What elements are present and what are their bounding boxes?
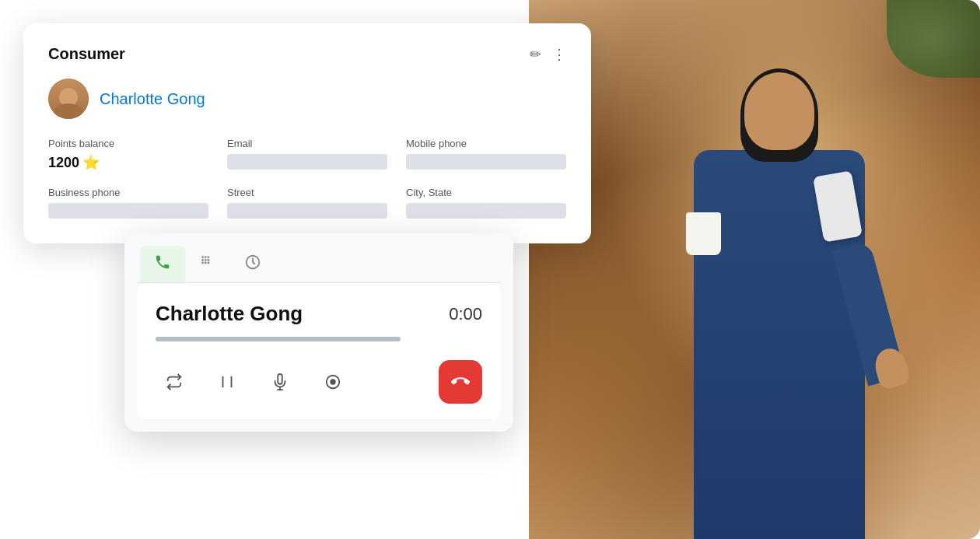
- email-label: Email: [227, 138, 387, 149]
- phone-tabs: [124, 233, 513, 282]
- city-state-placeholder: [406, 203, 566, 219]
- woman-head: [744, 72, 814, 150]
- more-options-icon[interactable]: ⋮: [552, 46, 566, 63]
- field-mobile-phone: Mobile phone: [406, 138, 566, 171]
- mute-button[interactable]: [261, 363, 299, 401]
- points-balance-label: Points balance: [48, 138, 208, 149]
- woman-figure: [655, 57, 904, 539]
- phone-content: Charlotte Gong 0:00: [137, 283, 501, 419]
- transfer-button[interactable]: [156, 363, 193, 401]
- background-photo: [529, 0, 980, 539]
- call-controls: [156, 360, 482, 404]
- svg-point-6: [201, 262, 204, 264]
- business-phone-label: Business phone: [48, 187, 208, 198]
- call-info: Charlotte Gong 0:00: [156, 302, 482, 326]
- city-state-label: City, State: [406, 187, 566, 198]
- tab-phone[interactable]: [140, 246, 185, 282]
- mobile-phone-placeholder: [406, 154, 566, 170]
- card-header: Consumer ✏ ⋮: [48, 45, 566, 63]
- field-city-state: City, State: [406, 187, 566, 219]
- tab-keypad[interactable]: [185, 246, 230, 282]
- call-contact-name: Charlotte Gong: [156, 302, 303, 326]
- points-number: 1200: [48, 155, 79, 171]
- call-progress-bar: [156, 337, 401, 341]
- scene: Consumer ✏ ⋮ Charlotte Gong Points balan…: [0, 0, 980, 539]
- star-icon: ⭐: [82, 154, 100, 171]
- svg-point-3: [201, 259, 204, 261]
- avatar-face: [48, 79, 89, 119]
- street-placeholder: [227, 203, 387, 219]
- phone-tab-icon: [154, 254, 171, 275]
- record-button[interactable]: [314, 363, 352, 401]
- svg-point-4: [205, 259, 207, 261]
- cup-prop: [686, 212, 721, 255]
- contact-name[interactable]: Charlotte Gong: [100, 90, 205, 108]
- points-balance-value: 1200 ⭐: [48, 154, 208, 171]
- keypad-tab-icon: [199, 254, 216, 275]
- card-actions: ✏ ⋮: [530, 46, 566, 63]
- svg-point-15: [330, 379, 335, 384]
- call-timer: 0:00: [449, 304, 482, 324]
- phone-widget: Charlotte Gong 0:00: [124, 233, 513, 432]
- field-street: Street: [227, 187, 387, 219]
- street-label: Street: [227, 187, 387, 198]
- field-business-phone: Business phone: [48, 187, 208, 219]
- field-points-balance: Points balance 1200 ⭐: [48, 138, 208, 171]
- svg-point-8: [208, 262, 210, 264]
- mobile-phone-label: Mobile phone: [406, 138, 566, 149]
- end-call-button[interactable]: [439, 360, 482, 404]
- hold-button[interactable]: [208, 363, 246, 401]
- svg-point-5: [208, 259, 210, 261]
- tab-recent[interactable]: [230, 246, 275, 282]
- field-email: Email: [227, 138, 387, 171]
- avatar: [48, 79, 89, 119]
- consumer-card: Consumer ✏ ⋮ Charlotte Gong Points balan…: [23, 23, 591, 243]
- card-title: Consumer: [48, 45, 125, 63]
- svg-point-0: [201, 256, 204, 258]
- email-placeholder: [227, 154, 387, 170]
- contact-row: Charlotte Gong: [48, 79, 566, 119]
- business-phone-placeholder: [48, 203, 208, 219]
- svg-point-2: [208, 256, 210, 258]
- fields-grid: Points balance 1200 ⭐ Email Mobile phone…: [48, 138, 566, 219]
- recent-tab-icon: [244, 254, 261, 275]
- svg-point-7: [205, 262, 207, 264]
- svg-point-1: [205, 256, 207, 258]
- woman-arm: [832, 241, 906, 387]
- edit-icon[interactable]: ✏: [530, 46, 541, 63]
